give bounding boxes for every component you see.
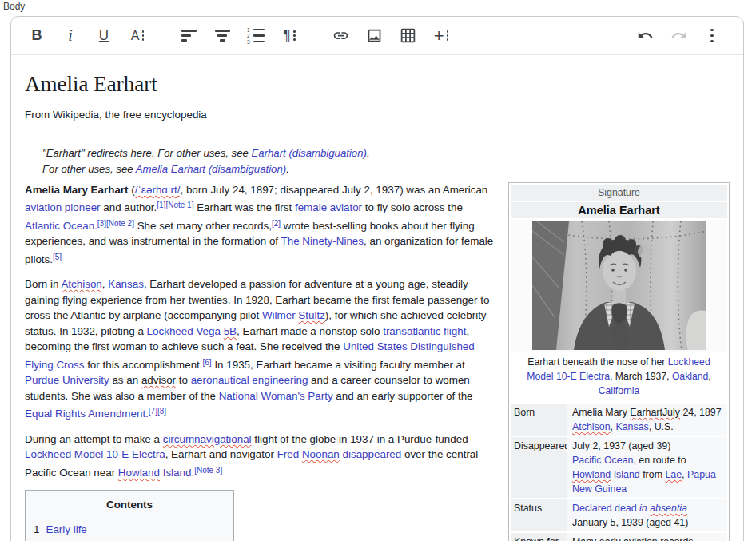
table-of-contents: Contents 1 Early life 1.1 Childhood 1.2 …: [25, 490, 234, 541]
wiki-link[interactable]: National Woman's Party: [219, 390, 333, 402]
wiki-link[interactable]: Noonan: [302, 448, 340, 460]
undo-icon: [637, 27, 654, 44]
hatnote-line: "Earhart" redirects here. For other uses…: [42, 145, 730, 161]
wiki-link[interactable]: Pacific Ocean: [572, 455, 633, 466]
text-run: Amelia Mary Earhart: [25, 184, 129, 196]
table-icon: [400, 27, 416, 44]
wiki-link[interactable]: Atlantic Ocean.: [25, 220, 97, 232]
toc-link[interactable]: Early life: [46, 521, 86, 538]
wiki-link[interactable]: transatlantic flight: [383, 325, 466, 337]
infobox-label: Disappeared: [511, 437, 567, 498]
text-run: , March 1937,: [610, 371, 672, 382]
reference-link[interactable]: [7][8]: [149, 407, 166, 416]
kebab-menu-icon: [710, 29, 714, 43]
insert-link-button[interactable]: [327, 22, 354, 50]
wiki-link[interactable]: Howland: [118, 467, 160, 479]
insert-more-menu-button[interactable]: +: [428, 22, 455, 50]
page-title: Amelia Earhart: [25, 72, 730, 101]
wiki-link[interactable]: Declared dead: [572, 503, 639, 514]
wiki-link[interactable]: 5B: [224, 325, 237, 337]
reference-link[interactable]: [2]: [272, 219, 281, 228]
wiki-link[interactable]: absentia: [650, 503, 687, 514]
text-run: ,: [682, 469, 687, 480]
underline-button[interactable]: U: [90, 22, 117, 50]
wiki-link[interactable]: Atchison: [572, 421, 611, 432]
wiki-link[interactable]: Oakland: [672, 371, 708, 382]
wiki-link[interactable]: Island.: [160, 467, 194, 479]
paragraph-style-menu-button[interactable]: ¶: [276, 22, 303, 50]
infobox: Signature Amelia Earhart: [508, 182, 730, 541]
text-run: , en route to: [633, 455, 686, 466]
wiki-link[interactable]: Fred: [277, 448, 302, 460]
text-run: Earhart beneath the nose of her: [527, 356, 668, 368]
wiki-link[interactable]: Lockheed Model 10-E Electra: [25, 448, 165, 460]
text-run: flight of the globe in 1937 in a Purdue-…: [252, 433, 468, 445]
text-run: "Earhart" redirects here. For other uses…: [42, 147, 252, 159]
wiki-link[interactable]: Lockheed Vega: [147, 325, 224, 337]
more-options-button[interactable]: [698, 22, 726, 50]
infobox-row-status: Status Declared dead in absentiaJanuary …: [511, 499, 727, 531]
menu-dots-icon: [293, 30, 296, 41]
hatnotes: "Earhart" redirects here. For other uses…: [25, 145, 730, 177]
image-icon: [366, 27, 383, 44]
text-run: July 2, 1937 (aged 39): [572, 440, 670, 451]
text-run: as an: [109, 374, 141, 386]
wiki-link[interactable]: Kansas: [108, 278, 144, 290]
text-style-icon: A: [131, 29, 140, 43]
infobox-value: Declared dead in absentiaJanuary 5, 1939…: [567, 499, 727, 531]
wiki-link[interactable]: disappeared: [340, 448, 401, 460]
rich-text-editor: B i U A 1 2 3 ¶: [10, 16, 744, 541]
reference-link[interactable]: [1][Note 1]: [157, 201, 193, 209]
reference-link[interactable]: [3][Note 2]: [97, 219, 134, 228]
italic-button[interactable]: i: [57, 22, 84, 50]
wiki-link[interactable]: aviation pioneer: [25, 201, 101, 213]
toc-number: 1: [34, 521, 39, 538]
wiki-link[interactable]: in: [639, 503, 650, 514]
redo-button[interactable]: [665, 22, 692, 50]
pilcrow-icon: ¶: [283, 27, 291, 44]
text-run: for this accomplishment.: [84, 359, 202, 371]
align-left-button[interactable]: [175, 22, 202, 50]
wiki-link[interactable]: Purdue University: [25, 374, 109, 386]
undo-button[interactable]: [631, 22, 659, 50]
reference-link[interactable]: [5]: [53, 253, 62, 261]
wiki-link[interactable]: California: [599, 385, 639, 396]
text-run: She set many other records,: [134, 220, 272, 232]
hatnote-line: For other uses, see Amelia Earhart (disa…: [42, 161, 730, 177]
toc-link[interactable]: Childhood: [81, 538, 129, 541]
wiki-link[interactable]: Kansas: [615, 421, 648, 432]
wiki-link[interactable]: Amelia Earhart (disambiguation): [136, 163, 286, 175]
infobox-label: Born: [511, 404, 567, 436]
bold-icon: B: [32, 27, 42, 44]
wiki-link[interactable]: Atchison: [61, 278, 101, 290]
editor-body[interactable]: Amelia Earhart From Wikipedia, the free …: [11, 55, 743, 541]
wiki-link[interactable]: circumnavigational: [163, 433, 252, 445]
wiki-link[interactable]: Howland: [572, 469, 611, 480]
wiki-link[interactable]: Stultz: [298, 309, 325, 321]
align-center-button[interactable]: [209, 22, 236, 50]
insert-table-button[interactable]: [394, 22, 421, 50]
wiki-link[interactable]: Wilmer: [262, 309, 298, 321]
redo-icon: [670, 27, 687, 44]
reference-link[interactable]: [6]: [203, 358, 212, 367]
wiki-link[interactable]: aeronautical engineering: [191, 374, 308, 386]
insert-image-button[interactable]: [360, 22, 388, 50]
text-run: advisor: [141, 374, 176, 386]
reference-link[interactable]: [Note 3]: [194, 466, 222, 475]
wiki-link[interactable]: The Ninety-Nines: [281, 235, 364, 247]
infobox-value: July 2, 1937 (aged 39)Pacific Ocean, en …: [567, 437, 727, 498]
wiki-link[interactable]: Equal Rights Amendment.: [25, 408, 149, 420]
wiki-link[interactable]: Lae: [665, 469, 682, 480]
text-style-menu-button[interactable]: A: [124, 22, 151, 50]
wiki-link[interactable]: Island: [611, 469, 640, 480]
toc-item: 1 Early life: [26, 521, 233, 538]
article-subtitle: From Wikipedia, the free encyclopedia: [25, 107, 730, 123]
wiki-link[interactable]: Earhart (disambiguation): [252, 147, 367, 159]
text-run: .: [286, 163, 289, 175]
insert-group: +: [327, 22, 455, 50]
numbered-list-button[interactable]: 1 2 3: [242, 22, 269, 50]
paragraph-format-group: 1 2 3 ¶: [175, 22, 303, 50]
wiki-link[interactable]: /ˈɛərhɑːrt/: [135, 184, 181, 196]
wiki-link[interactable]: female aviator: [295, 201, 362, 213]
bold-button[interactable]: B: [23, 22, 50, 50]
